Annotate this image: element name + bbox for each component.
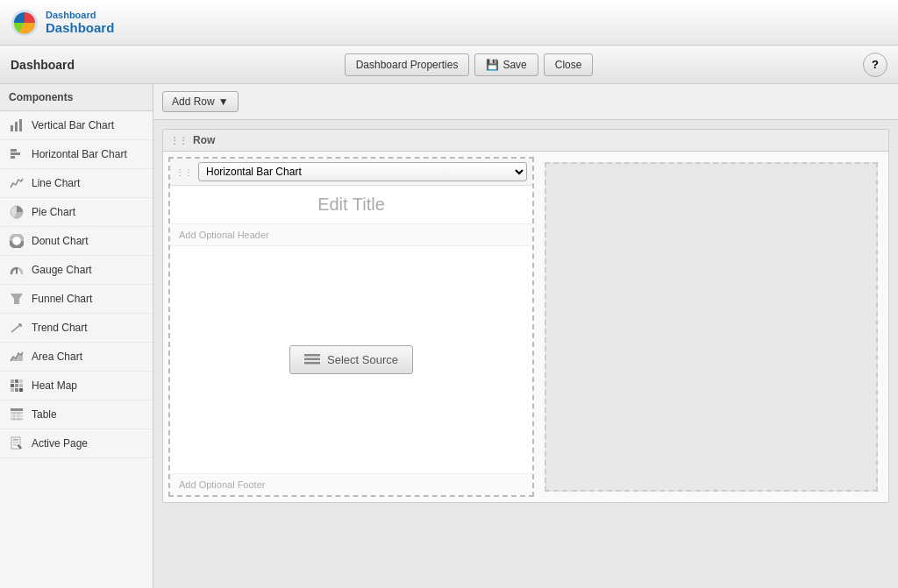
- select-source-icon: [304, 354, 320, 366]
- main-layout: Components Vertical Bar Chart H: [0, 84, 898, 588]
- sidebar-label-table: Table: [32, 408, 57, 421]
- sidebar-item-pie-chart[interactable]: Pie Chart: [0, 198, 153, 227]
- pie-chart-icon: [9, 204, 25, 220]
- sidebar-item-area-chart[interactable]: Area Chart: [0, 343, 153, 372]
- content-area: Add Row ▼ ⋮⋮ Row ⋮⋮ Horizontal Bar Char: [153, 84, 898, 588]
- sidebar-label-trend-chart: Trend Chart: [32, 322, 88, 334]
- sidebar-label-active-page: Active Page: [32, 437, 88, 450]
- active-page-icon: [9, 436, 25, 451]
- add-row-label: Add Row: [172, 96, 215, 108]
- svg-rect-33: [13, 439, 18, 441]
- horizontal-bar-chart-icon: [9, 146, 25, 162]
- row-container: ⋮⋮ Row ⋮⋮ Horizontal Bar Chart Vertical …: [162, 129, 889, 503]
- svg-rect-26: [11, 408, 23, 411]
- sidebar-label-donut-chart: Donut Chart: [32, 235, 89, 247]
- sidebar-item-vertical-bar-chart[interactable]: Vertical Bar Chart: [0, 111, 153, 140]
- app-logo-icon: [11, 9, 39, 37]
- area-chart-icon: [9, 349, 25, 365]
- chart-widget-header: ⋮⋮ Horizontal Bar Chart Vertical Bar Cha…: [170, 159, 532, 186]
- svg-rect-4: [11, 149, 17, 152]
- svg-rect-35: [13, 444, 17, 446]
- svg-rect-3: [19, 119, 22, 131]
- row-body: ⋮⋮ Horizontal Bar Chart Vertical Bar Cha…: [163, 152, 888, 502]
- gauge-chart-icon: [9, 262, 25, 278]
- select-source-label: Select Source: [327, 353, 398, 366]
- sidebar-label-line-chart: Line Chart: [32, 177, 80, 189]
- chart-optional-footer[interactable]: Add Optional Footer: [170, 473, 532, 495]
- chart-type-select[interactable]: Horizontal Bar Chart Vertical Bar Chart …: [198, 162, 527, 181]
- sidebar-label-area-chart: Area Chart: [32, 351, 82, 363]
- svg-rect-21: [15, 384, 18, 387]
- svg-rect-28: [11, 415, 23, 418]
- svg-rect-27: [11, 412, 23, 414]
- svg-rect-18: [15, 379, 18, 383]
- sidebar-item-horizontal-bar-chart[interactable]: Horizontal Bar Chart: [0, 140, 153, 169]
- save-label: Save: [502, 59, 526, 71]
- heat-map-icon: [9, 378, 25, 393]
- sidebar-item-trend-chart[interactable]: Trend Chart: [0, 314, 153, 343]
- close-button[interactable]: Close: [544, 53, 594, 76]
- funnel-chart-icon: [9, 291, 25, 307]
- help-button[interactable]: ?: [863, 53, 887, 77]
- svg-rect-22: [19, 384, 23, 387]
- svg-rect-25: [19, 388, 23, 392]
- chart-widget: ⋮⋮ Horizontal Bar Chart Vertical Bar Cha…: [168, 157, 534, 497]
- svg-point-10: [13, 237, 20, 244]
- dashboard-properties-button[interactable]: Dashboard Properties: [345, 53, 470, 76]
- sidebar-label-gauge-chart: Gauge Chart: [32, 264, 92, 276]
- table-icon: [9, 407, 25, 422]
- donut-chart-icon: [9, 233, 25, 249]
- svg-rect-19: [19, 379, 23, 383]
- sidebar-item-donut-chart[interactable]: Donut Chart: [0, 227, 153, 256]
- sidebar-item-gauge-chart[interactable]: Gauge Chart: [0, 256, 153, 285]
- svg-rect-38: [304, 362, 320, 365]
- svg-rect-23: [11, 388, 14, 392]
- svg-rect-36: [304, 354, 320, 357]
- trend-chart-icon: [9, 320, 25, 336]
- svg-rect-20: [11, 384, 14, 387]
- svg-rect-6: [11, 156, 15, 159]
- svg-rect-1: [11, 125, 13, 131]
- line-chart-icon: [9, 175, 25, 191]
- svg-rect-24: [15, 388, 18, 392]
- chart-optional-header[interactable]: Add Optional Header: [170, 224, 532, 246]
- chart-drag-handle[interactable]: ⋮⋮: [175, 167, 193, 177]
- right-placeholder: [545, 162, 878, 492]
- sidebar-item-heat-map[interactable]: Heat Map: [0, 372, 153, 400]
- sidebar-label-funnel-chart: Funnel Chart: [32, 293, 92, 305]
- sidebar-item-active-page[interactable]: Active Page: [0, 429, 153, 458]
- sidebar-item-line-chart[interactable]: Line Chart: [0, 169, 153, 198]
- svg-line-13: [11, 324, 21, 332]
- toolbar-actions: Dashboard Properties 💾 Save Close: [345, 53, 594, 76]
- sidebar: Components Vertical Bar Chart H: [0, 84, 153, 588]
- row-label: Row: [193, 134, 215, 146]
- chart-edit-title[interactable]: Edit Title: [170, 186, 532, 224]
- svg-rect-37: [304, 358, 320, 360]
- sidebar-header: Components: [0, 84, 153, 111]
- add-row-bar: Add Row ▼: [153, 84, 898, 120]
- vertical-bar-chart-icon: [9, 117, 25, 133]
- save-icon: 💾: [486, 59, 499, 71]
- row-drag-handle[interactable]: ⋮⋮: [170, 136, 188, 145]
- app-logo: Dashboard Dashboard: [11, 9, 114, 37]
- sidebar-label-pie-chart: Pie Chart: [32, 206, 75, 218]
- select-source-button[interactable]: Select Source: [289, 345, 413, 374]
- toolbar: Dashboard Dashboard Properties 💾 Save Cl…: [0, 46, 898, 84]
- sidebar-label-vertical-bar-chart: Vertical Bar Chart: [32, 119, 114, 131]
- svg-rect-5: [11, 152, 20, 155]
- svg-rect-2: [15, 122, 18, 131]
- sidebar-item-table[interactable]: Table: [0, 400, 153, 429]
- sidebar-item-funnel-chart[interactable]: Funnel Chart: [0, 285, 153, 314]
- toolbar-right: ?: [863, 53, 887, 77]
- chart-body: Select Source: [170, 246, 532, 473]
- sidebar-label-heat-map: Heat Map: [32, 379, 77, 392]
- svg-rect-29: [11, 418, 23, 421]
- logo-text: Dashboard Dashboard: [46, 10, 114, 35]
- toolbar-section-label: Dashboard: [11, 58, 75, 72]
- top-bar: Dashboard Dashboard: [0, 0, 898, 46]
- row-header: ⋮⋮ Row: [163, 130, 888, 152]
- save-button[interactable]: 💾 Save: [474, 53, 538, 76]
- add-row-button[interactable]: Add Row ▼: [162, 91, 239, 112]
- dashboard-content: ⋮⋮ Row ⋮⋮ Horizontal Bar Chart Vertical …: [153, 120, 898, 521]
- svg-marker-12: [11, 294, 23, 304]
